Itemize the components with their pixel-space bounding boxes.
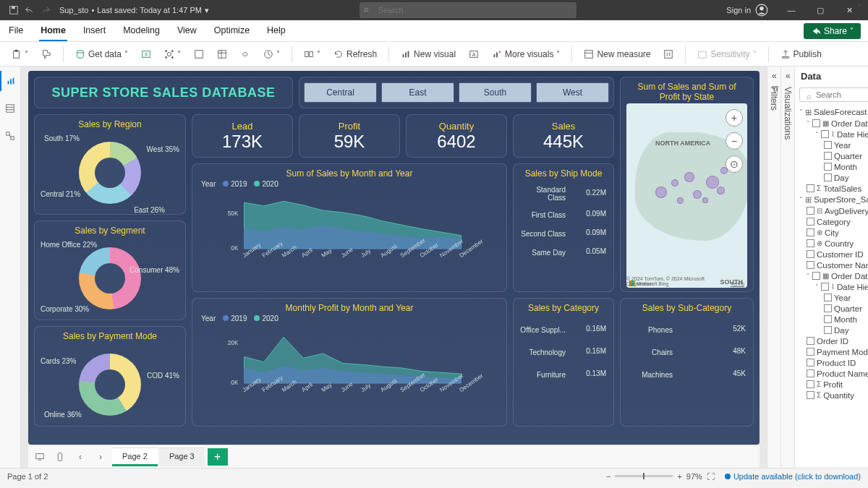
desktop-view-icon[interactable] <box>31 448 48 466</box>
field-item[interactable]: ˅⌇Date Hierarc... <box>798 281 868 292</box>
redo-icon[interactable] <box>38 2 54 18</box>
undo-icon[interactable] <box>22 2 38 18</box>
map-card[interactable]: Sum of Sales and Sum of Profit by State … <box>620 77 754 292</box>
region-slicer[interactable]: CentralEastSouthWest <box>299 77 614 108</box>
page-tab[interactable]: Page 3 <box>159 448 205 466</box>
field-item[interactable]: ΣQuantity <box>798 390 868 401</box>
more-visuals-button[interactable]: More visuals˅ <box>488 47 564 61</box>
fit-page-icon[interactable]: ⛶ <box>707 472 715 481</box>
minimize-button[interactable]: — <box>778 0 804 20</box>
zoom-control[interactable]: −+97%⛶ <box>606 472 715 481</box>
update-available-link[interactable]: Update available (click to download) <box>725 472 861 481</box>
new-measure-button[interactable]: New measure <box>579 47 655 61</box>
field-item[interactable]: Customer ID <box>798 249 868 260</box>
table-view-icon[interactable] <box>0 98 20 119</box>
map-terms-link[interactable]: Terms <box>731 281 744 286</box>
kpi-profit[interactable]: Profit59K <box>299 114 400 158</box>
enter-data-button[interactable] <box>213 47 231 61</box>
sales-linechart-card[interactable]: Sum of Sales by Month and Year Year20192… <box>192 163 507 292</box>
tab-help[interactable]: Help <box>265 21 287 41</box>
quick-measure-button[interactable] <box>659 47 678 61</box>
field-item[interactable]: Day <box>798 172 868 183</box>
expand-filters-icon[interactable]: « <box>772 71 777 81</box>
page-prev-icon[interactable]: ‹ <box>72 448 89 466</box>
tab-file[interactable]: File <box>7 21 25 41</box>
field-item[interactable]: Payment Mode <box>798 346 868 357</box>
field-item[interactable]: Day <box>798 325 868 335</box>
subcategory-bar-card[interactable]: Sales by Sub-Category Phones52KChairs48K… <box>620 298 754 427</box>
new-visual-button[interactable]: New visual <box>396 47 460 61</box>
map-zoom-out-icon[interactable]: − <box>726 132 743 150</box>
slicer-west[interactable]: West <box>536 82 609 103</box>
tab-modeling[interactable]: Modeling <box>122 21 161 41</box>
save-icon[interactable] <box>6 2 22 18</box>
report-canvas[interactable]: SUPER STORE SALES DATABASE CentralEastSo… <box>28 71 760 445</box>
paste-button[interactable]: ˅ <box>7 47 33 61</box>
profit-linechart-card[interactable]: Monthly Profit by Month and Year Year201… <box>192 298 507 427</box>
field-item[interactable]: Year <box>798 292 868 303</box>
kpi-sales[interactable]: Sales445K <box>513 114 614 158</box>
kpi-quantity[interactable]: Quantity6402 <box>406 114 507 158</box>
segment-donut-card[interactable]: Sales by Segment Home Office 22% Consume… <box>34 221 186 321</box>
tab-insert[interactable]: Insert <box>82 21 107 41</box>
tab-view[interactable]: View <box>176 21 198 41</box>
field-item[interactable]: Month <box>798 314 868 325</box>
ship-bar-card[interactable]: Sales by Ship Mode Standard Class0.22MFi… <box>513 163 614 292</box>
table-item[interactable]: ˅⊞SuperStore_Sales_Dat... <box>798 194 868 205</box>
excel-button[interactable]: X <box>137 47 156 61</box>
slicer-east[interactable]: East <box>381 82 454 103</box>
slicer-south[interactable]: South <box>459 82 532 103</box>
ribbon-collapse-icon[interactable]: ˅ <box>857 3 862 14</box>
field-item[interactable]: Product Name <box>798 368 868 379</box>
transform-button[interactable]: ˅ <box>299 47 325 61</box>
field-item[interactable]: Year <box>798 140 868 150</box>
share-button[interactable]: Share˅ <box>804 23 861 39</box>
field-item[interactable]: ˅⌇Date Hierarc... <box>798 129 868 140</box>
category-bar-card[interactable]: Sales by Category Office Suppl...0.16MTe… <box>513 298 614 427</box>
filename[interactable]: Sup_sto • Last saved: Today at 1:47 PM ▾ <box>59 6 209 15</box>
format-painter-button[interactable] <box>37 47 56 61</box>
zoom-out-icon[interactable]: − <box>606 472 610 481</box>
signin-button[interactable]: Sign in <box>726 4 768 17</box>
table-item[interactable]: ˅⊞SalesForecast <box>798 106 868 118</box>
recent-button[interactable]: ˅ <box>259 47 284 61</box>
get-data-button[interactable]: Get data˅ <box>71 47 132 61</box>
field-item[interactable]: Quarter <box>798 150 868 161</box>
map-zoom-in-icon[interactable]: + <box>726 109 743 127</box>
mobile-view-icon[interactable] <box>51 448 69 466</box>
dashboard-title-card[interactable]: SUPER STORE SALES DATABASE <box>34 77 293 108</box>
field-item[interactable]: ΣTotalSales <box>798 183 868 194</box>
publish-button[interactable]: Publish <box>776 47 826 61</box>
field-item[interactable]: Customer Name <box>798 260 868 270</box>
map-lasso-icon[interactable]: ⊙ <box>726 155 743 173</box>
field-item[interactable]: Order ID <box>798 335 868 346</box>
field-item[interactable]: ˅▦Order Date <box>798 270 868 281</box>
refresh-button[interactable]: Refresh <box>329 47 381 61</box>
datahub-button[interactable]: ˅ <box>160 47 185 61</box>
add-page-button[interactable]: + <box>208 448 228 466</box>
field-item[interactable]: ˅▦Order Date <box>798 118 868 129</box>
field-item[interactable]: Product ID <box>798 357 868 368</box>
zoom-in-icon[interactable]: + <box>677 472 681 481</box>
field-item[interactable]: Quarter <box>798 303 868 314</box>
field-item[interactable]: Month <box>798 161 868 172</box>
tab-optimize[interactable]: Optimize <box>213 21 251 41</box>
region-donut-card[interactable]: Sales by Region South 17% West 35% Centr… <box>34 114 186 215</box>
field-item[interactable]: Category <box>798 216 868 227</box>
field-item[interactable]: ⊟AvgDelivery_D... <box>798 205 868 216</box>
sql-button[interactable] <box>190 47 208 61</box>
payment-donut-card[interactable]: Sales by Payment Mode Cards 23% COD 41% … <box>34 326 186 427</box>
slicer-central[interactable]: Central <box>304 82 377 103</box>
map-visual[interactable]: NORTH AMERICA SOUTH + − ⊙ Microsoft Bing <box>626 103 747 288</box>
tab-home[interactable]: Home <box>39 21 67 41</box>
report-view-icon[interactable] <box>0 71 20 91</box>
expand-viz-icon[interactable]: « <box>786 71 791 81</box>
search-input[interactable] <box>359 2 576 18</box>
field-item[interactable]: ⊕Country <box>798 238 868 249</box>
maximize-button[interactable]: ▢ <box>807 0 833 20</box>
model-view-icon[interactable] <box>0 126 20 146</box>
page-next-icon[interactable]: › <box>92 448 109 466</box>
field-item[interactable]: ΣProfit <box>798 379 868 390</box>
textbox-button[interactable]: A <box>464 47 483 61</box>
visualizations-panel-collapsed[interactable]: « Visualizations <box>780 67 794 468</box>
